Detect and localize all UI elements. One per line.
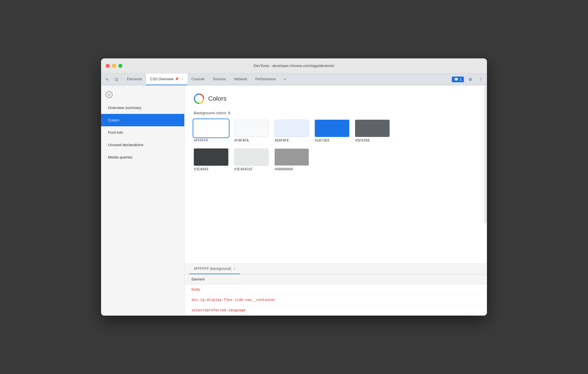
tab-css-overview-label: CSS Overview [150, 77, 173, 81]
more-menu-icon[interactable]: ⋮ [477, 75, 485, 83]
tab-elements-label: Elements [127, 77, 142, 81]
bg-colors-label: Background colors: 8 [194, 111, 478, 115]
sidebar-item-unused-declarations[interactable]: Unused declarations [101, 139, 184, 151]
color-label-3c40431f: #3C40431F [234, 167, 253, 171]
color-label-e8f0fe: #E8F0FE [274, 139, 289, 143]
colors-header: Colors [194, 94, 478, 104]
color-box-ffffff[interactable] [194, 120, 228, 137]
color-label-1a73e8: #1A73E8 [315, 139, 329, 143]
bottom-tab-bar: #FFFFFF (background) × [185, 264, 487, 274]
element-row-body[interactable]: body [185, 285, 487, 295]
chat-badge[interactable]: 💬 1 [452, 77, 464, 82]
bottom-tab-label: #FFFFFF (background) [194, 267, 231, 271]
title-bar: DevTools - developer.chrome.com/tags/dev… [101, 58, 487, 73]
color-swatches-row2: #3C4043 #3C40431F #00000066 [194, 148, 478, 177]
tab-sources[interactable]: Sources [209, 73, 230, 85]
tab-more[interactable]: » [280, 73, 290, 85]
color-box-00000066[interactable] [274, 148, 309, 166]
swatch-e8f0fe: #E8F0FE [274, 120, 309, 143]
device-icon[interactable]: ⊡ [113, 75, 121, 83]
css-overview-pin-icon: 📌 [175, 77, 179, 81]
colors-section: Colors Background colors: 8 #FFFFFF [185, 85, 487, 264]
sidebar: ⊘ Overview summary Colors Font info Unus… [101, 85, 185, 316]
color-swatches-row1: #FFFFFF #F8F9FA #E8F0FE [194, 120, 478, 148]
sidebar-item-media-queries[interactable]: Media queries [101, 151, 184, 163]
tab-console-label: Console [191, 77, 205, 81]
bottom-tab-ffffff[interactable]: #FFFFFF (background) × [189, 264, 240, 274]
tab-network[interactable]: Network [230, 73, 251, 85]
swatch-5f6368: #5F6368 [355, 120, 390, 143]
swatch-ffffff: #FFFFFF [194, 120, 228, 143]
swatch-3c4043: #3C4043 [194, 148, 228, 171]
minimize-button[interactable] [112, 64, 116, 68]
element-selector-select: select#preferred-language [191, 308, 246, 312]
sidebar-top: ⊘ [101, 88, 184, 102]
swatch-1a73e8: #1A73E8 [315, 120, 349, 143]
bottom-panel: #FFFFFF (background) × Element body div.… [185, 264, 487, 316]
tab-css-overview[interactable]: CSS Overview 📌 × [146, 73, 187, 85]
tab-performance-label: Performance [255, 77, 276, 81]
element-selector-body: body [191, 288, 200, 292]
color-label-ffffff: #FFFFFF [194, 139, 208, 143]
window-title: DevTools - developer.chrome.com/tags/dev… [254, 64, 334, 68]
swatch-f8f9fa: #F8F9FA [234, 120, 269, 143]
content-area: Colors Background colors: 8 #FFFFFF [185, 85, 487, 264]
tab-console[interactable]: Console [187, 73, 209, 85]
color-box-f8f9fa[interactable] [234, 120, 269, 137]
color-box-1a73e8[interactable] [315, 120, 349, 137]
tab-network-label: Network [234, 77, 247, 81]
tab-elements[interactable]: Elements [123, 73, 146, 85]
swatch-00000066: #00000066 [274, 148, 309, 171]
chat-icon: 💬 [454, 77, 458, 81]
no-entry-icon: ⊘ [106, 91, 113, 98]
color-label-f8f9fa: #F8F9FA [234, 139, 249, 143]
color-box-5f6368[interactable] [355, 120, 390, 137]
chat-count: 1 [460, 77, 462, 81]
color-label-3c4043: #3C4043 [194, 167, 208, 171]
scrollbar[interactable] [484, 85, 487, 224]
traffic-lights [106, 64, 122, 68]
close-button[interactable] [106, 64, 110, 68]
colors-title: Colors [208, 95, 227, 102]
color-box-3c4043[interactable] [194, 148, 228, 166]
tab-performance[interactable]: Performance [251, 73, 280, 85]
element-table-header: Element [185, 274, 487, 285]
color-label-5f6368: #5F6368 [355, 139, 369, 143]
tab-sources-label: Sources [213, 77, 226, 81]
element-row-select[interactable]: select#preferred-language [185, 305, 487, 316]
color-box-3c40431f[interactable] [234, 148, 269, 166]
sidebar-item-overview-summary[interactable]: Overview summary [101, 102, 184, 114]
color-box-e8f0fe[interactable] [274, 120, 309, 137]
tab-css-overview-close[interactable]: × [181, 77, 183, 81]
swatch-3c40431f: #3C40431F [234, 148, 269, 171]
element-table: Element body div.lg:display-flex.side-na… [185, 274, 487, 316]
devtools-icons: ↖ ⊡ [103, 73, 121, 85]
main-area: ⊘ Overview summary Colors Font info Unus… [101, 85, 487, 316]
sidebar-item-font-info[interactable]: Font info [101, 126, 184, 139]
element-row-div[interactable]: div.lg:display-flex.side-nav__container [185, 295, 487, 305]
tabs-list: Elements CSS Overview 📌 × Console Source… [123, 73, 452, 85]
more-tabs-icon: » [284, 77, 286, 81]
color-label-00000066: #00000066 [274, 167, 293, 171]
element-selector-div: div.lg:display-flex.side-nav__container [191, 298, 276, 302]
tab-bar: ↖ ⊡ Elements CSS Overview 📌 × Console So… [101, 73, 487, 85]
maximize-button[interactable] [118, 64, 122, 68]
sidebar-item-colors[interactable]: Colors [101, 114, 184, 126]
tab-bar-right: 💬 1 ⚙ ⋮ [452, 73, 485, 85]
google-icon [194, 94, 204, 104]
cursor-icon[interactable]: ↖ [103, 75, 111, 83]
devtools-window: DevTools - developer.chrome.com/tags/dev… [101, 58, 487, 316]
bottom-tab-close[interactable]: × [234, 267, 235, 270]
settings-icon[interactable]: ⚙ [466, 75, 474, 83]
